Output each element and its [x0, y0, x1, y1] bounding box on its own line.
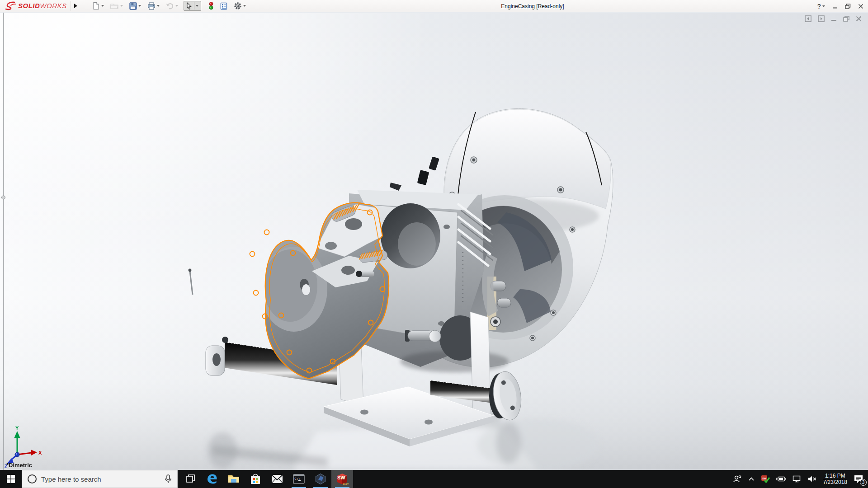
next-pane-button[interactable] — [818, 15, 825, 22]
save-button[interactable] — [127, 1, 143, 11]
svg-text:sw: sw — [762, 477, 767, 480]
file-explorer-button[interactable] — [223, 470, 245, 488]
windows-taskbar: Type here to search — [0, 470, 868, 488]
file-properties-icon — [220, 2, 227, 10]
cad-utility-button[interactable] — [310, 470, 331, 488]
sw-letters: SW — [337, 475, 345, 480]
mail-button[interactable] — [266, 470, 288, 488]
document-window-controls — [805, 15, 862, 22]
solidworks-2017-button[interactable]: SW 2017 — [331, 470, 353, 488]
file-explorer-icon — [228, 474, 240, 484]
system-tray: sw 1:16 PM — [733, 470, 868, 488]
options-gear-icon — [234, 2, 242, 10]
mail-icon — [271, 474, 283, 483]
engine-casing-3d-model[interactable] — [0, 13, 868, 470]
doc-restore-button[interactable] — [843, 16, 849, 22]
sw-year: 2017 — [343, 483, 349, 486]
restore-button[interactable] — [845, 4, 851, 9]
solidworks-status-icon[interactable]: sw — [761, 475, 770, 483]
hidden-icons-chevron[interactable] — [748, 477, 755, 481]
doc-minimize-button[interactable] — [831, 16, 837, 22]
select-tool-dropdown[interactable] — [194, 2, 200, 9]
solidworks-app-icon: SW 2017 — [335, 472, 349, 486]
clock-date: 7/23/2018 — [823, 479, 847, 485]
print-icon — [147, 2, 156, 10]
command-prompt-button[interactable]: C:\ — [288, 470, 310, 488]
brand-light: WORKS — [40, 2, 66, 9]
microsoft-store-icon — [250, 473, 261, 485]
cad-utility-hexagon-icon — [315, 473, 326, 485]
people-icon[interactable] — [733, 475, 742, 483]
triad-x-label: X — [38, 450, 42, 455]
taskbar-clock[interactable]: 1:16 PM 7/23/2018 — [823, 473, 847, 485]
notification-count-badge: 3 — [860, 479, 867, 486]
open-button[interactable] — [108, 1, 125, 10]
rebuild-traffic-light-icon — [208, 2, 214, 10]
flyout-triangle-icon — [74, 3, 78, 9]
rebuild-button[interactable] — [207, 1, 216, 11]
options-button[interactable] — [232, 1, 248, 11]
print-dropdown[interactable] — [157, 5, 160, 7]
help-button[interactable]: ? — [817, 3, 825, 10]
microphone-icon[interactable] — [165, 474, 172, 483]
new-document-dropdown[interactable] — [101, 5, 104, 7]
help-question-icon: ? — [817, 3, 821, 10]
undo-button[interactable] — [164, 2, 180, 10]
help-dropdown[interactable] — [822, 5, 825, 7]
options-dropdown[interactable] — [243, 5, 246, 7]
action-center-button[interactable]: 3 — [854, 474, 863, 483]
search-placeholder: Type here to search — [41, 475, 160, 483]
close-button[interactable] — [858, 4, 863, 9]
network-icon[interactable] — [793, 475, 802, 483]
graphics-viewport[interactable]: Y X Z *Dimetric — [0, 13, 868, 470]
brand-bold: SOLID — [18, 2, 40, 9]
microsoft-store-button[interactable] — [245, 470, 266, 488]
open-dropdown[interactable] — [120, 5, 123, 7]
taskbar-search-input[interactable]: Type here to search — [22, 470, 178, 488]
save-dropdown[interactable] — [138, 5, 141, 7]
view-orientation-label: *Dimetric — [6, 462, 32, 469]
task-view-button[interactable] — [179, 470, 201, 488]
select-cursor-icon — [185, 2, 193, 10]
clock-time: 1:16 PM — [823, 473, 847, 479]
toolbar-flyout-arrow[interactable] — [71, 1, 80, 11]
taskbar-apps: C:\ SW 2017 — [179, 470, 353, 488]
cortana-icon — [28, 474, 37, 483]
save-floppy-icon — [129, 2, 137, 10]
open-folder-icon — [110, 2, 119, 9]
titlebar: SOLIDWORKS — [0, 0, 868, 12]
file-properties-button[interactable] — [218, 1, 229, 11]
previous-pane-button[interactable] — [805, 15, 811, 22]
windows-logo-icon — [7, 475, 15, 483]
start-button[interactable] — [0, 470, 22, 488]
undo-icon — [166, 3, 174, 9]
solidworks-logo: SOLIDWORKS — [0, 0, 71, 12]
solidworks-ds-icon — [5, 1, 16, 10]
triad-y-label: Y — [15, 425, 19, 431]
battery-icon[interactable] — [776, 476, 786, 482]
minimize-button[interactable] — [832, 4, 838, 9]
new-document-icon — [92, 2, 100, 10]
cmd-prompt-label: C:\ — [295, 477, 301, 481]
select-tool-button[interactable] — [184, 1, 201, 11]
doc-close-button[interactable] — [856, 16, 862, 22]
edge-button[interactable] — [201, 470, 223, 488]
print-button[interactable] — [146, 1, 161, 11]
window-title: EngineCasing [Read-only] — [501, 3, 564, 9]
edge-icon — [206, 473, 218, 485]
undo-dropdown[interactable] — [175, 5, 178, 7]
new-document-button[interactable] — [90, 1, 106, 11]
task-view-icon — [185, 474, 195, 484]
volume-muted-icon[interactable] — [808, 475, 817, 483]
command-prompt-icon: C:\ — [293, 474, 305, 484]
